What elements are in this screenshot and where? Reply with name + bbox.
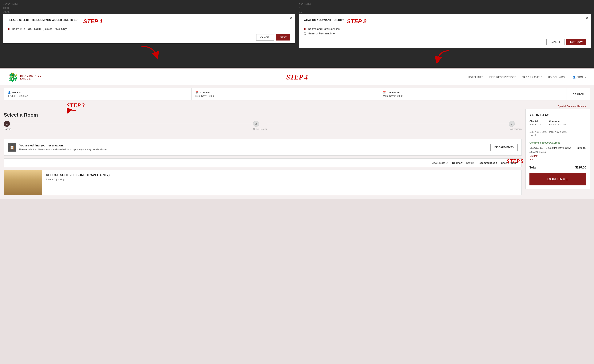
dialog1-close-button[interactable]: ✕ [289, 16, 292, 20]
currency-chevron-icon: ▾ [566, 76, 567, 78]
total-row: Total: $220.00 [529, 164, 586, 169]
edit-text: You are editing your reservation. Please… [19, 144, 107, 151]
bg-text-5: S [299, 7, 591, 9]
room-booking-name[interactable]: DELUXE SUITE (Leisure Travel Only) [529, 146, 571, 149]
section-divider [0, 68, 594, 69]
edit-doc-icon: 📋 [8, 143, 16, 152]
stay-dates: Sun, Nov 1, 2020 - Mon, Nov 2, 2020 [529, 131, 586, 133]
stay-divider-1 [529, 128, 586, 128]
room-details: DELUXE SUITE (LEISURE TRAVEL ONLY) Sleep… [42, 170, 521, 195]
step-line-2 [267, 124, 509, 124]
dialog2-option1-label: Rooms and Hotel Services [308, 27, 340, 30]
logo-text: DRAGON HILL LODGE [20, 74, 41, 80]
stay-guests: 1 Adult [529, 134, 586, 136]
checkin-info: Check-in After 3:00 PM [529, 120, 543, 126]
dialog2-option2[interactable]: Guest or Payment Info [304, 32, 586, 35]
checkout-value: Mon, Nov 2, 2020 [383, 95, 563, 97]
night-chevron-icon: ▾ [537, 155, 538, 157]
calendar-icon-checkin: 📅 [195, 91, 198, 94]
dialog1-option1[interactable]: Room 1: DELUXE SUITE (Leisure Travel Onl… [8, 27, 290, 30]
total-label: Total: [529, 166, 537, 169]
dialog1-box: ✕ PLEASE SELECT THE ROOM YOU WOULD LIKE … [3, 14, 295, 43]
room-name: DELUXE SUITE (LEISURE TRAVEL ONLY) [46, 173, 518, 177]
total-price: $220.00 [575, 166, 586, 169]
dialog2-option1[interactable]: Rooms and Hotel Services [304, 27, 586, 30]
left-panel: Select a Room 1 Rooms 2 Guest Details 3 … [4, 109, 522, 195]
discard-edits-button[interactable]: DISCARD EDITS [490, 144, 518, 151]
bg-text-6: 05 [299, 10, 591, 13]
nav-find-reservations[interactable]: FIND RESERVATIONS [489, 76, 516, 78]
nav-currency[interactable]: US DOLLARS ▾ [548, 76, 567, 78]
view-results-label: View Results By [432, 162, 448, 164]
search-area: 👤 Guests 1 Adult, 0 Children 📅 Check-in … [0, 88, 594, 109]
checkin-checkout-row: Check-in After 3:00 PM Check-out Before … [529, 120, 586, 126]
dialog1-radio1[interactable] [8, 28, 10, 30]
checkin-field[interactable]: 📅 Check-in Sun, Nov 1, 2020 [191, 88, 379, 100]
step1-label: STEP 1 [83, 18, 103, 25]
step-2-name: Guest Details [253, 128, 267, 130]
room-image [4, 170, 42, 195]
search-bar[interactable]: 👤 Guests 1 Adult, 0 Children 📅 Check-in … [4, 88, 590, 100]
step-3-name: Confirmation [509, 128, 522, 130]
checkout-field[interactable]: 📅 Check-out Mon, Nov 2, 2020 [379, 88, 567, 100]
step4-label: STEP 4 [286, 73, 308, 81]
checkin-value-sidebar: After 3:00 PM [529, 123, 543, 126]
step2-arrow [299, 49, 591, 65]
sort-label: Sort By [466, 162, 474, 164]
step-1-name: Rooms [4, 128, 11, 130]
dialog2-close-button[interactable]: ✕ [585, 16, 588, 20]
sort-dropdown[interactable]: Recommended ▾ [478, 162, 497, 164]
continue-button[interactable]: CONTINUE [529, 173, 586, 185]
checkin-label: Check-in [529, 120, 543, 123]
user-icon: 👤 [573, 76, 576, 78]
room-booking-price: $220.00 [576, 146, 586, 150]
guests-value: 1 Adult, 0 Children [8, 95, 188, 97]
nav-phone[interactable]: ☎ 82 2 7900016 [522, 76, 542, 78]
dialog2-box: ✕ WHAT DO YOU WANT TO EDIT? STEP 2 Rooms… [299, 14, 591, 48]
night-link[interactable]: 1 Night ▾ [529, 155, 586, 157]
view-results-chevron-icon: ▾ [461, 162, 462, 164]
room-booking-row: DELUXE SUITE (Leisure Travel Only) $220.… [529, 146, 586, 150]
special-codes-link[interactable]: Special Codes or Rates ∨ [4, 103, 590, 109]
dialog2-radio1[interactable] [304, 28, 306, 30]
guests-field[interactable]: 👤 Guests 1 Adult, 0 Children [4, 88, 191, 100]
select-room-title: Select a Room [4, 112, 522, 118]
step-1-circle: 1 [4, 121, 10, 127]
step2-panel: B3314494 S 05 ✕ WHAT DO YOU WANT TO EDIT… [299, 3, 591, 65]
dialog2-title: WHAT DO YOU WANT TO EDIT? [304, 19, 344, 21]
person-icon: 👤 [8, 91, 11, 94]
step-3-circle: 3 [509, 121, 515, 127]
logo-icon: 🐉 [8, 72, 18, 82]
step-1-container: 1 Rooms [4, 121, 11, 130]
checkout-value-sidebar: Before 12:00 PM [549, 123, 566, 126]
sort-group: Sort By [466, 162, 474, 164]
checkin-value: Sun, Nov 1, 2020 [195, 95, 375, 97]
nav-links: HOTEL INFO FIND RESERVATIONS ☎ 82 2 7900… [468, 76, 586, 78]
edit-link[interactable]: Edit [529, 158, 586, 161]
dialog1-option1-label: Room 1: DELUXE SUITE (Leisure Travel Onl… [12, 27, 68, 30]
confirm-number: Confirm # 59020SC011061 [529, 141, 586, 144]
dialog1-title: PLEASE SELECT THE ROOM YOU WOULD LIKE TO… [8, 19, 80, 21]
bg-text-2: IBER [3, 7, 295, 9]
dialog1-cancel-button[interactable]: CANCEL [256, 34, 274, 40]
step1-arrow [3, 44, 295, 60]
dialog2-option2-label: Guest or Payment Info [308, 32, 335, 35]
dialog2-cancel-button[interactable]: CANCEL [547, 39, 565, 45]
dialog2-radio2[interactable] [304, 32, 306, 35]
search-button[interactable]: SEARCH [567, 88, 590, 100]
nav-sign-in[interactable]: 👤 SIGN IN [573, 76, 586, 78]
show-filters-button[interactable]: Show Filters ▾ [501, 162, 518, 164]
view-results-group: View Results By [432, 162, 448, 164]
dialog1-next-button[interactable]: NEXT [276, 34, 290, 40]
your-stay-box: YOUR STAY Check-in After 3:00 PM Check-o… [526, 109, 590, 189]
view-results-dropdown[interactable]: Rooms ▾ [452, 162, 462, 164]
filter-bar: View Results By Rooms ▾ Sort By Recommen… [4, 158, 522, 167]
nav-hotel-info[interactable]: HOTEL INFO [468, 76, 484, 78]
edit-notice-title: You are editing your reservation. [19, 144, 107, 147]
room-booking-sub: DELUXE SUITE [529, 150, 586, 153]
room-meta: Sleeps 2 | 1 King [46, 178, 518, 181]
sort-chevron-icon: ▾ [496, 162, 497, 164]
edit-notice: 📋 You are editing your reservation. Plea… [4, 139, 522, 156]
dialog2-edit-button[interactable]: EDIT NOW [566, 39, 586, 45]
step-2-circle: 2 [253, 121, 259, 127]
